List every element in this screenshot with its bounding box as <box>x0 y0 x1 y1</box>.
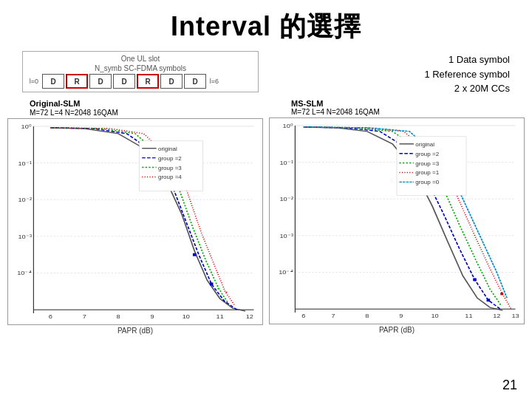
svg-text:group =2: group =2 <box>415 151 439 157</box>
left-chart-label: Original-SLM <box>7 99 263 108</box>
slot-i0: l=0 <box>27 78 41 85</box>
svg-text:11: 11 <box>465 312 472 318</box>
svg-text:10⁰: 10⁰ <box>283 122 293 129</box>
left-chart-area: 10⁰ 10⁻¹ 10⁻² 10⁻³ 10⁻⁴ 6 7 8 9 10 11 12 <box>7 118 263 325</box>
svg-rect-20 <box>210 282 214 285</box>
svg-text:10⁰: 10⁰ <box>21 123 32 129</box>
slot-cell-d2: D <box>89 74 112 89</box>
svg-text:10: 10 <box>183 313 190 319</box>
left-chart-sublabel: M=72 L=4 N=2048 16QAM <box>7 109 263 117</box>
svg-text:group =0: group =0 <box>415 179 439 185</box>
slot-cell-d5: D <box>184 74 206 89</box>
svg-text:10⁻³: 10⁻³ <box>279 232 293 239</box>
svg-text:■: ■ <box>500 290 504 296</box>
svg-text:11: 11 <box>216 313 224 319</box>
svg-text:6: 6 <box>301 312 305 318</box>
slot-subtitle: N_symb SC-FDMA symbols <box>27 64 253 72</box>
info-line2: 1 Reference symbol <box>424 67 510 82</box>
svg-text:10⁻²: 10⁻² <box>279 195 293 202</box>
slot-cell-d3: D <box>113 74 135 89</box>
svg-rect-19 <box>193 253 197 256</box>
svg-text:+: + <box>216 285 219 290</box>
svg-text:10⁻²: 10⁻² <box>18 196 32 202</box>
svg-text:group =3: group =3 <box>158 165 182 171</box>
svg-text:9: 9 <box>399 312 403 318</box>
svg-text:group =4: group =4 <box>158 174 182 180</box>
svg-text:6: 6 <box>49 313 52 319</box>
info-line3: 2 x 20M CCs <box>424 81 510 96</box>
svg-rect-55 <box>487 299 491 301</box>
page-title: Interval 的選擇 <box>0 0 532 51</box>
svg-text:9: 9 <box>150 313 154 319</box>
right-chart-sublabel: M=72 L=4 N=2048 16QAM <box>269 108 525 116</box>
right-x-label: PAPR (dB) <box>269 326 525 334</box>
svg-text:8: 8 <box>365 312 369 318</box>
svg-text:group =2: group =2 <box>158 155 182 161</box>
svg-text:7: 7 <box>83 313 86 319</box>
right-chart-container: MS-SLM M=72 L=4 N=2048 16QAM CCDF 10⁰ 10… <box>269 99 525 334</box>
svg-text:10: 10 <box>431 312 438 318</box>
slot-cell-d1: D <box>42 74 64 89</box>
svg-text:10⁻³: 10⁻³ <box>18 233 32 239</box>
svg-text:+: + <box>225 289 228 293</box>
svg-text:7: 7 <box>331 312 335 318</box>
svg-text:10⁻⁴: 10⁻⁴ <box>17 270 32 276</box>
info-line1: 1 Data symbol <box>424 52 510 67</box>
slot-cell-r1: R <box>66 74 88 89</box>
svg-text:10⁻¹: 10⁻¹ <box>279 159 293 166</box>
right-chart-area: 10⁰ 10⁻¹ 10⁻² 10⁻³ 10⁻⁴ 6 7 8 9 10 11 12… <box>269 117 525 324</box>
slot-i6: l=6 <box>208 78 221 85</box>
svg-text:group =3: group =3 <box>415 160 439 166</box>
svg-text:13: 13 <box>511 312 519 318</box>
svg-text:8: 8 <box>117 313 120 319</box>
info-box: 1 Data symbol 1 Reference symbol 2 x 20M… <box>424 51 510 96</box>
svg-text:original: original <box>415 141 434 147</box>
page-number: 21 <box>502 378 517 393</box>
svg-text:12: 12 <box>493 312 500 318</box>
svg-text:original: original <box>158 146 177 151</box>
slot-title: One UL slot <box>27 55 253 63</box>
svg-rect-54 <box>473 278 477 281</box>
left-chart-container: Original-SLM M=72 L=4 N=2048 16QAM CCDF … <box>7 99 263 335</box>
slot-cell-d4: D <box>160 74 183 89</box>
slot-diagram: One UL slot N_symb SC-FDMA symbols l=0 D… <box>22 51 259 92</box>
slot-cell-r2: R <box>137 74 159 89</box>
svg-text:12: 12 <box>246 313 253 319</box>
svg-text:10⁻¹: 10⁻¹ <box>18 160 32 166</box>
right-chart-label: MS-SLM <box>269 99 525 108</box>
svg-text:10⁻⁴: 10⁻⁴ <box>279 269 293 276</box>
left-x-label: PAPR (dB) <box>7 327 263 335</box>
svg-text:group =1: group =1 <box>415 169 439 175</box>
